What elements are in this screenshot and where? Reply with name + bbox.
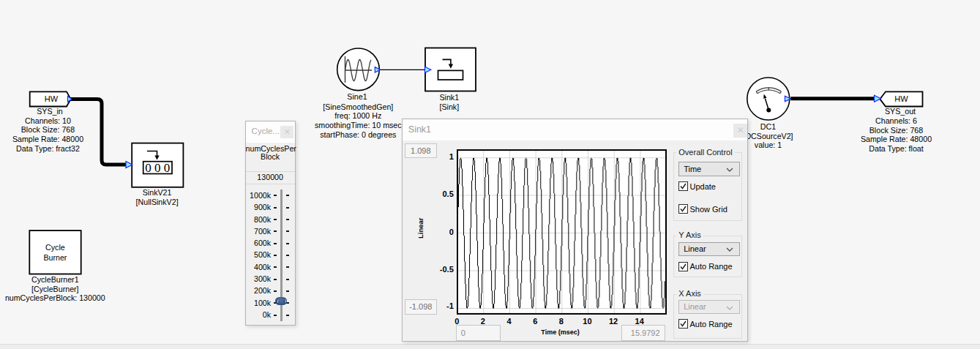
svg-text:SYS_out: SYS_out	[885, 107, 916, 116]
svg-text:Burner: Burner	[43, 253, 67, 262]
svg-text:Channels: 6: Channels: 6	[875, 116, 917, 125]
svg-text:HW: HW	[894, 94, 908, 103]
svg-text:[Sink]: [Sink]	[439, 102, 459, 111]
svg-text:Data Type: fract32: Data Type: fract32	[16, 144, 80, 153]
svg-text:Block Size: 768: Block Size: 768	[21, 125, 75, 134]
svg-text:0 0 0: 0 0 0	[145, 161, 170, 175]
svg-text:Sink1: Sink1	[439, 93, 459, 102]
svg-text:Block Size: 768: Block Size: 768	[869, 126, 924, 135]
svg-text:startPhase: 0 degrees: startPhase: 0 degrees	[320, 130, 396, 139]
svg-text:smoothingTime: 10 msec: smoothingTime: 10 msec	[315, 121, 402, 130]
svg-text:value: 1: value: 1	[755, 140, 782, 149]
svg-text:Sample Rate: 48000: Sample Rate: 48000	[861, 135, 932, 143]
svg-text:Channels: 10: Channels: 10	[25, 116, 71, 125]
svg-text:CycleBurner1: CycleBurner1	[31, 275, 79, 284]
svg-text:Sample Rate: 48000: Sample Rate: 48000	[12, 135, 83, 143]
svg-text:[SineSmoothedGen]: [SineSmoothedGen]	[323, 102, 393, 111]
svg-text:numCyclesPerBlock: 130000: numCyclesPerBlock: 130000	[5, 293, 105, 302]
svg-text:Cycle: Cycle	[45, 243, 65, 252]
svg-text:[DCSourceV2]: [DCSourceV2]	[743, 132, 793, 140]
svg-text:HW: HW	[45, 94, 59, 103]
svg-text:SinkV21: SinkV21	[143, 188, 172, 197]
svg-text:DC1: DC1	[760, 122, 776, 131]
svg-text:Data Type: float: Data Type: float	[869, 144, 923, 153]
svg-text:SYS_in: SYS_in	[37, 107, 63, 116]
svg-text:freq: 1000 Hz: freq: 1000 Hz	[334, 111, 381, 120]
svg-text:[CycleBurner]: [CycleBurner]	[31, 285, 79, 293]
svg-text:[NullSinkV2]: [NullSinkV2]	[136, 198, 179, 206]
svg-text:Sine1: Sine1	[347, 92, 367, 101]
